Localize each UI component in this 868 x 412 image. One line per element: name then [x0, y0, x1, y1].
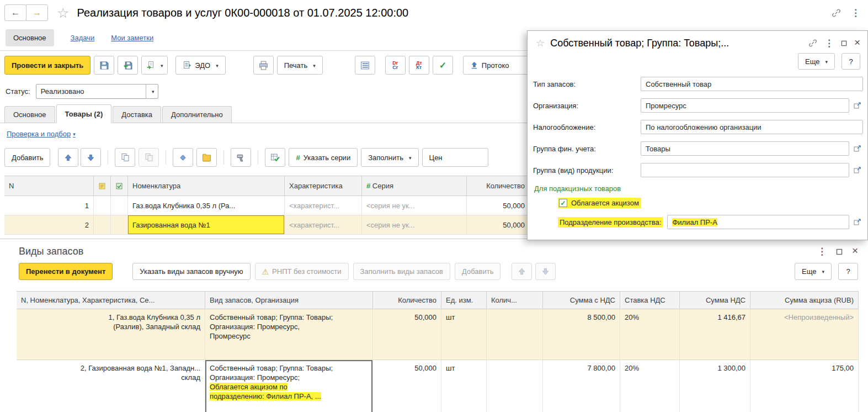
cell-vat-sum[interactable]: 1 300,00: [680, 360, 750, 412]
prod-group-input[interactable]: [641, 163, 849, 177]
cell-characteristic[interactable]: <характерист...: [285, 196, 362, 215]
cell-sum-vat[interactable]: 7 800,00: [543, 360, 620, 412]
stock-help-button[interactable]: ?: [838, 263, 858, 280]
fill-stock-kinds-button[interactable]: Заполнить виды запасов: [353, 263, 450, 280]
tab-goods[interactable]: Товары (2): [56, 104, 112, 123]
panel-more-menu-icon[interactable]: [817, 246, 827, 257]
organization-open-button[interactable]: [852, 100, 863, 111]
cell-nomenclature[interactable]: Газ.вода Клубника 0,35 л (Ра...: [128, 196, 285, 215]
fill-table-button[interactable]: [265, 148, 285, 167]
organization-input[interactable]: Промресурс: [641, 98, 849, 113]
maximize-icon[interactable]: [841, 40, 847, 46]
add-row-button[interactable]: Добавить: [4, 148, 50, 167]
status-dropdown-button[interactable]: [146, 84, 158, 98]
forward-button[interactable]: [26, 4, 48, 21]
tab-delivery[interactable]: Доставка: [113, 106, 161, 123]
card-more-button[interactable]: Еще: [798, 53, 835, 70]
stock-type-input[interactable]: Собственный товар: [641, 77, 863, 91]
cell-series[interactable]: <серия не ук...: [362, 196, 467, 215]
add-stock-row-button[interactable]: Добавить: [455, 263, 500, 280]
stock-move-down-button[interactable]: [535, 263, 556, 280]
barcode-scanner-button[interactable]: [231, 148, 251, 167]
favorite-star-icon[interactable]: [536, 37, 545, 49]
cell-nomenclature-selected[interactable]: Газированная вода №1: [128, 215, 285, 235]
save-button[interactable]: [94, 56, 114, 75]
close-icon[interactable]: [854, 39, 860, 47]
cell-quantity[interactable]: 50,000: [373, 360, 441, 412]
panel-close-icon[interactable]: [852, 247, 858, 256]
cell-n[interactable]: 2: [4, 215, 94, 235]
cell-flag-1[interactable]: [94, 196, 111, 215]
back-button[interactable]: [4, 4, 26, 21]
edo-button[interactable]: ЭДО: [175, 56, 225, 75]
cell-excise-sum[interactable]: <Непроизведенный>: [750, 309, 859, 360]
fin-group-input[interactable]: Товары: [641, 141, 849, 156]
post-document-button[interactable]: [118, 56, 138, 75]
division-input[interactable]: Филиал ПР-А: [667, 215, 849, 229]
create-based-on-button[interactable]: [141, 56, 168, 75]
panel-maximize-icon[interactable]: [836, 249, 843, 255]
fill-button[interactable]: Заполнить: [361, 148, 418, 167]
cell-vat-rate[interactable]: 20%: [620, 360, 680, 412]
stock-move-up-button[interactable]: [512, 263, 532, 280]
cell-flag-2[interactable]: [111, 196, 128, 215]
open-folder-button[interactable]: [196, 148, 217, 167]
dr-cr-button[interactable]: DrCr: [385, 56, 406, 75]
specify-series-button[interactable]: Указать серии: [289, 148, 358, 167]
rnpt-without-cost-button[interactable]: РНПТ без стоимости: [255, 263, 349, 280]
register-records-button[interactable]: [355, 56, 375, 75]
cell-n[interactable]: 1: [4, 196, 94, 215]
division-open-button[interactable]: [852, 216, 863, 228]
status-combobox[interactable]: Реализовано: [36, 84, 158, 99]
more-menu-icon[interactable]: [851, 7, 860, 19]
cell-kind[interactable]: Собственный товар; Группа: Товары; Орган…: [205, 309, 373, 360]
cell-quantity[interactable]: 50,000: [467, 196, 530, 215]
move-up-button[interactable]: [58, 148, 78, 167]
cell-quantity2[interactable]: [487, 360, 543, 412]
tab-main[interactable]: Основное: [4, 106, 55, 123]
favorite-star-icon[interactable]: [57, 5, 69, 21]
paste-row-button[interactable]: [139, 148, 159, 167]
excise-checkbox[interactable]: [559, 199, 567, 207]
print-icon-button[interactable]: [253, 56, 274, 75]
more-menu-icon[interactable]: [824, 38, 834, 49]
cell-quantity2[interactable]: [487, 309, 543, 360]
specify-kinds-manually-button[interactable]: Указать виды запасов вручную: [132, 263, 250, 280]
stock-more-button[interactable]: Еще: [795, 263, 832, 280]
cell-sum-vat[interactable]: 8 500,00: [543, 309, 620, 360]
check-and-pick-link[interactable]: Проверка и подбор: [7, 130, 76, 138]
cell-characteristic[interactable]: <характерист...: [285, 215, 362, 235]
cell-series[interactable]: <серия не ук...: [362, 215, 467, 235]
structure-button[interactable]: [173, 148, 193, 167]
taxation-input[interactable]: По налогообложению организации: [641, 120, 863, 134]
check-document-button[interactable]: [433, 56, 453, 75]
cell-unit[interactable]: шт: [441, 360, 487, 412]
prices-button[interactable]: Цен: [422, 148, 488, 167]
nav-item-tasks[interactable]: Задачи: [71, 34, 95, 42]
cell-item[interactable]: 2, Газированная вода №1, Западн... склад: [17, 360, 205, 412]
nav-item-main[interactable]: Основное: [6, 29, 54, 46]
cell-item[interactable]: 1, Газ.вода Клубника 0,35 л (Разлив), За…: [17, 309, 205, 360]
cell-excise-sum[interactable]: 175,00: [750, 360, 859, 412]
dt-kt-button[interactable]: ДтКт: [409, 56, 429, 75]
card-help-button[interactable]: ?: [842, 53, 860, 70]
move-down-button[interactable]: [81, 148, 101, 167]
cell-kind-selected[interactable]: Собственный товар; Группа: Товары; Орган…: [205, 360, 373, 412]
post-and-close-button[interactable]: Провести и закрыть: [4, 56, 90, 75]
cell-quantity[interactable]: 50,000: [373, 309, 441, 360]
cell-flag-1[interactable]: [94, 215, 111, 235]
tab-additional[interactable]: Дополнительно: [162, 106, 232, 123]
cell-vat-sum[interactable]: 1 416,67: [680, 309, 750, 360]
cell-quantity[interactable]: 50,000: [467, 215, 530, 235]
copy-link-icon[interactable]: [808, 39, 817, 47]
print-button[interactable]: Печать: [277, 56, 323, 75]
fin-group-open-button[interactable]: [852, 143, 863, 154]
cell-vat-rate[interactable]: 20%: [620, 309, 680, 360]
cell-unit[interactable]: шт: [441, 309, 487, 360]
nav-item-notes[interactable]: Мои заметки: [111, 34, 153, 42]
prod-group-open-button[interactable]: [852, 165, 863, 176]
copy-link-icon[interactable]: [832, 8, 841, 18]
excise-group-header[interactable]: Для подакцизных товаров: [534, 184, 863, 193]
cell-flag-2[interactable]: [111, 215, 128, 235]
transfer-to-document-button[interactable]: Перенести в документ: [19, 263, 113, 280]
